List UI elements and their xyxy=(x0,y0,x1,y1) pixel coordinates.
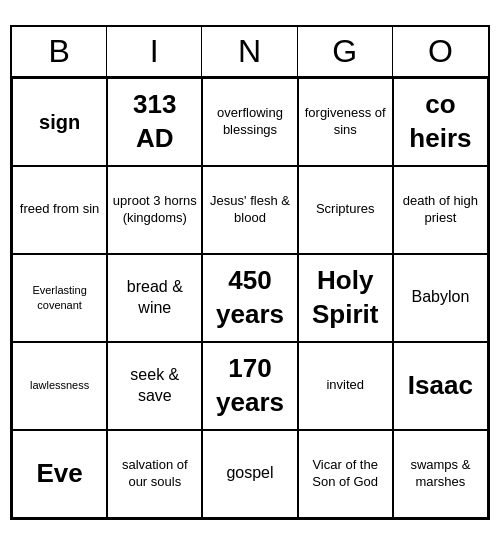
cell-4: co heirs xyxy=(393,78,488,166)
cell-1: 313 AD xyxy=(107,78,202,166)
bingo-grid: sign313 ADoverflowing blessingsforgivene… xyxy=(12,78,488,518)
cell-16: seek & save xyxy=(107,342,202,430)
header-letter-i: I xyxy=(107,27,202,76)
cell-10: Everlasting covenant xyxy=(12,254,107,342)
cell-7: Jesus' flesh & blood xyxy=(202,166,297,254)
cell-3: forgiveness of sins xyxy=(298,78,393,166)
cell-12: 450 years xyxy=(202,254,297,342)
bingo-header: BINGO xyxy=(12,27,488,78)
cell-14: Babylon xyxy=(393,254,488,342)
cell-5: freed from sin xyxy=(12,166,107,254)
header-letter-g: G xyxy=(298,27,393,76)
cell-11: bread & wine xyxy=(107,254,202,342)
cell-9: death of high priest xyxy=(393,166,488,254)
cell-19: Isaac xyxy=(393,342,488,430)
bingo-card: BINGO sign313 ADoverflowing blessingsfor… xyxy=(10,25,490,520)
cell-0: sign xyxy=(12,78,107,166)
cell-22: gospel xyxy=(202,430,297,518)
cell-8: Scriptures xyxy=(298,166,393,254)
cell-23: Vicar of the Son of God xyxy=(298,430,393,518)
cell-24: swamps & marshes xyxy=(393,430,488,518)
cell-17: 170 years xyxy=(202,342,297,430)
cell-20: Eve xyxy=(12,430,107,518)
header-letter-o: O xyxy=(393,27,488,76)
cell-21: salvation of our souls xyxy=(107,430,202,518)
cell-18: invited xyxy=(298,342,393,430)
cell-2: overflowing blessings xyxy=(202,78,297,166)
header-letter-n: N xyxy=(202,27,297,76)
header-letter-b: B xyxy=(12,27,107,76)
cell-13: Holy Spirit xyxy=(298,254,393,342)
cell-15: lawlessness xyxy=(12,342,107,430)
cell-6: uproot 3 horns (kingdoms) xyxy=(107,166,202,254)
